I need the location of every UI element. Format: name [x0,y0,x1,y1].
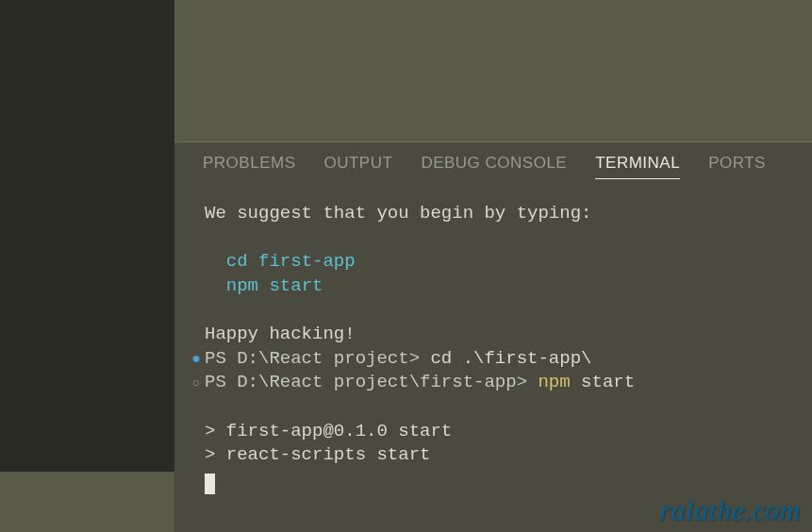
watermark: ralathe.com [659,494,801,526]
tab-ports[interactable]: PORTS [708,154,766,179]
bottom-panel: PROBLEMS OUTPUT DEBUG CONSOLE TERMINAL P… [174,141,812,532]
sidebar [0,0,174,472]
tab-problems[interactable]: PROBLEMS [203,154,295,179]
cmd-2-npm: npm [538,372,581,392]
bullet-open-icon: ○ [188,374,205,392]
editor-area [174,0,812,141]
panel-tabs: PROBLEMS OUTPUT DEBUG CONSOLE TERMINAL P… [174,142,812,187]
terminal-cursor [205,474,215,494]
cmd-1: cd .\first-app\ [430,348,591,369]
cd-hint: cd first-app [226,251,356,272]
cmd-2-start: start [581,372,635,392]
bullet-filled-icon: ● [188,350,205,371]
tab-output[interactable]: OUTPUT [323,154,392,179]
prompt-1: PS D:\React project> [205,348,430,369]
script-out-2: > react-scripts start [205,444,430,465]
npm-hint: npm start [226,275,323,296]
tab-terminal[interactable]: TERMINAL [595,154,680,179]
prompt-2: PS D:\React project\first-app> [205,372,538,392]
script-out-1: > first-app@0.1.0 start [205,421,452,441]
happy-text: Happy hacking! [205,324,356,344]
suggest-text: We suggest that you begin by typing: [205,203,591,224]
tab-debug-console[interactable]: DEBUG CONSOLE [421,154,567,179]
terminal-output[interactable]: We suggest that you begin by typing: cd … [174,187,812,494]
